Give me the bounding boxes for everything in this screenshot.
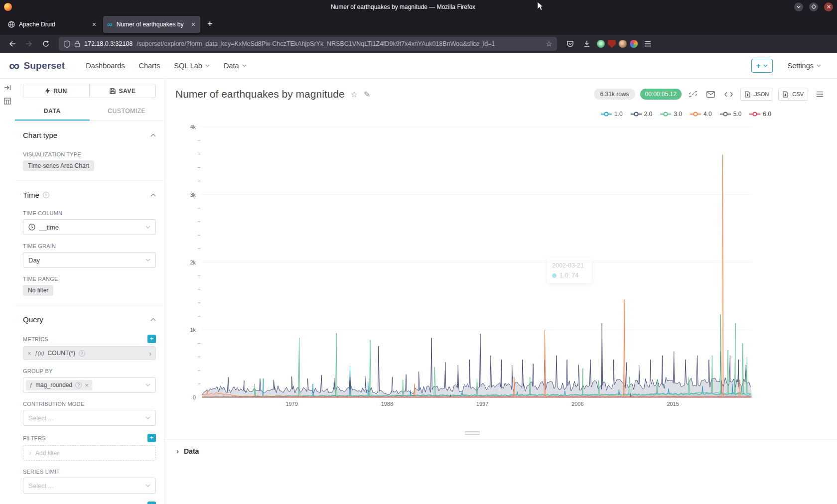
new-tab-button[interactable]: + [202,19,218,29]
dataset-grid-icon[interactable] [4,98,11,105]
viz-type-label: VISUALIZATION TYPE [23,151,156,157]
nav-charts[interactable]: Charts [132,53,167,79]
url-host: 172.18.0.3:32108 [84,40,133,47]
run-button[interactable]: RUN [23,84,89,98]
groupby-label: GROUP BY [23,368,156,374]
svg-text:1997: 1997 [476,401,488,407]
tab-close-icon[interactable]: × [190,20,196,28]
minimize-button[interactable] [794,2,803,11]
legend-item-6.0[interactable]: 6.0 [749,111,771,118]
legend-label: 4.0 [703,111,712,118]
tab-close-icon[interactable]: × [91,20,97,28]
plus-icon: + [28,450,32,457]
bolt-icon [45,88,50,94]
time-range-label: TIME RANGE [23,276,156,282]
back-button[interactable] [5,37,19,50]
expand-results-icon: › [176,447,179,455]
nav-sql-lab[interactable]: SQL Lab [167,53,217,79]
legend-item-1.0[interactable]: 1.0 [601,111,623,118]
export-csv-button[interactable]: .CSV [778,88,808,101]
groupby-chip[interactable]: ƒ mag_rounded ? × [26,380,92,390]
chevron-up-icon [150,193,156,197]
legend-item-2.0[interactable]: 2.0 [631,111,653,118]
section-time[interactable]: Time i [23,191,156,199]
svg-text:1k: 1k [190,327,196,333]
chevron-down-icon [145,226,150,229]
edit-title-icon[interactable]: ✎ [364,90,370,99]
expand-panel-icon[interactable] [4,85,11,91]
legend-item-3.0[interactable]: 3.0 [660,111,682,118]
viz-type-pill[interactable]: Time-series Area Chart [23,160,94,171]
downloads-icon[interactable] [580,37,594,50]
add-filter-plus-button[interactable]: + [147,434,156,442]
groupby-select[interactable]: ƒ mag_rounded ? × [23,377,156,393]
chart-plot[interactable]: 01k2k3k4k19791988199720062015 [169,121,777,416]
contribution-mode-select[interactable]: Select ... [23,410,156,426]
tab-customize[interactable]: CUSTOMIZE [90,102,164,121]
section-title: Query [23,315,43,324]
chart-menu-icon[interactable] [813,88,826,101]
reload-button[interactable] [39,37,53,50]
add-metric-button[interactable]: + [147,335,156,343]
legend-item-5.0[interactable]: 5.0 [720,111,742,118]
time-range-pill[interactable]: No filter [23,285,53,296]
export-json-button[interactable]: .JSON [740,88,773,101]
forward-button[interactable] [22,37,36,50]
section-query[interactable]: Query [23,315,156,324]
extension-icon-green[interactable] [597,40,605,48]
tab-bar: Apache Druid × ∞ Numer of earthquakes by… [0,13,837,35]
save-button[interactable]: SAVE [89,84,155,98]
section-title: Time [23,191,39,199]
bookmark-star-icon[interactable]: ☆ [546,40,552,48]
tracking-shield-icon [64,40,70,48]
extension-icon-asterisk[interactable] [630,40,638,48]
panel-resize-handle[interactable] [465,431,480,435]
nav-data[interactable]: Data [217,53,254,79]
nav-dashboards[interactable]: Dashboards [79,53,132,79]
url-path: /superset/explore/?form_data_key=KxMeSd8… [137,40,542,47]
view-query-code-icon[interactable] [722,88,735,101]
ublock-origin-icon[interactable] [608,40,616,48]
contribution-mode-label: CONTRIBUTION MODE [23,401,156,407]
window-titlebar[interactable]: Numer of earthquakes by magnitude — Mozi… [0,0,837,13]
superset-logo[interactable]: ∞ Superset [9,58,65,73]
tab-earthquakes-chart[interactable]: ∞ Numer of earthquakes by × [103,16,200,33]
time-grain-select[interactable]: Day [23,252,156,268]
tab-label: DATA [44,108,61,115]
legend-mark [601,112,612,117]
remove-groupby-icon[interactable]: × [85,381,89,389]
extension-icon-round[interactable] [619,40,627,48]
tab-label: CUSTOMIZE [108,108,145,115]
chevron-down-icon [205,64,210,67]
mouse-cursor [537,1,545,11]
clock-icon [28,224,35,231]
new-item-button[interactable]: + [751,59,773,73]
chevron-down-icon [145,383,150,386]
nav-settings[interactable]: Settings [781,53,828,79]
permalink-icon[interactable] [687,88,699,101]
chevron-down-icon [145,416,150,419]
chevron-up-icon [150,133,156,137]
series-limit-label: SERIES LIMIT [23,469,156,475]
legend-item-4.0[interactable]: 4.0 [690,111,712,118]
tab-data[interactable]: DATA [15,102,90,121]
url-bar[interactable]: 172.18.0.3:32108 /superset/explore/?form… [59,37,557,51]
remove-metric-icon[interactable]: × [27,350,31,357]
connection-lock-icon[interactable] [74,40,80,47]
menu-hamburger-icon[interactable] [641,37,655,50]
close-window-button[interactable] [824,2,833,11]
time-column-select[interactable]: __time [23,219,156,235]
add-sort-by-button[interactable]: + [147,502,156,504]
results-panel-title: Data [184,447,199,455]
results-panel-header[interactable]: › Data [176,447,825,455]
metric-chip-count[interactable]: × ƒ(x) COUNT(*) ? › [23,346,156,360]
pocket-save-icon[interactable] [563,37,577,50]
favorite-star-icon[interactable]: ☆ [351,90,358,99]
tab-apache-druid[interactable]: Apache Druid × [4,16,101,33]
email-icon[interactable] [704,88,717,101]
maximize-button[interactable] [809,2,818,11]
series-limit-select[interactable]: Select ... [23,478,156,494]
add-filter-box[interactable]: + Add filter [23,445,156,461]
sort-by-label: SORT BY + [23,502,156,504]
section-chart-type[interactable]: Chart type [23,131,156,139]
